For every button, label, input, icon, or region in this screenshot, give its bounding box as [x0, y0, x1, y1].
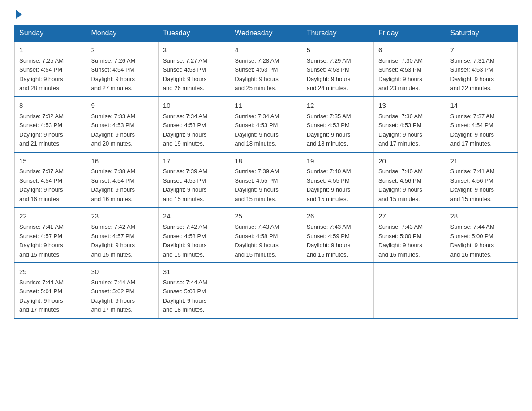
day-info: Sunrise: 7:29 AMSunset: 4:53 PMDaylight:…: [307, 57, 351, 92]
calendar-day-cell: 23Sunrise: 7:42 AMSunset: 4:57 PMDayligh…: [86, 207, 158, 263]
day-number: 2: [91, 45, 153, 55]
calendar-day-cell: 19Sunrise: 7:40 AMSunset: 4:55 PMDayligh…: [302, 152, 373, 208]
day-info: Sunrise: 7:26 AMSunset: 4:54 PMDaylight:…: [91, 57, 135, 92]
calendar-table: SundayMondayTuesdayWednesdayThursdayFrid…: [14, 25, 518, 319]
day-info: Sunrise: 7:31 AMSunset: 4:53 PMDaylight:…: [450, 57, 495, 92]
header-monday: Monday: [86, 26, 158, 42]
day-info: Sunrise: 7:44 AMSunset: 5:01 PMDaylight:…: [19, 279, 64, 313]
day-number: 22: [19, 211, 82, 221]
day-info: Sunrise: 7:33 AMSunset: 4:53 PMDaylight:…: [91, 113, 135, 147]
day-number: 7: [450, 45, 513, 55]
calendar-day-cell: 8Sunrise: 7:32 AMSunset: 4:53 PMDaylight…: [15, 97, 86, 152]
calendar-day-cell: 3Sunrise: 7:27 AMSunset: 4:53 PMDaylight…: [158, 41, 230, 97]
day-info: Sunrise: 7:27 AMSunset: 4:53 PMDaylight:…: [163, 57, 207, 92]
day-info: Sunrise: 7:36 AMSunset: 4:53 PMDaylight:…: [378, 113, 423, 147]
day-info: Sunrise: 7:44 AMSunset: 5:02 PMDaylight:…: [91, 279, 135, 313]
calendar-week-row: 8Sunrise: 7:32 AMSunset: 4:53 PMDaylight…: [15, 97, 518, 152]
day-info: Sunrise: 7:41 AMSunset: 4:57 PMDaylight:…: [19, 223, 64, 258]
calendar-day-cell: 9Sunrise: 7:33 AMSunset: 4:53 PMDaylight…: [86, 97, 158, 152]
calendar-day-cell: 18Sunrise: 7:39 AMSunset: 4:55 PMDayligh…: [230, 152, 302, 208]
header-saturday: Saturday: [446, 26, 517, 42]
day-info: Sunrise: 7:42 AMSunset: 4:57 PMDaylight:…: [91, 223, 135, 258]
day-number: 8: [19, 101, 82, 111]
day-number: 27: [378, 211, 441, 221]
day-number: 20: [378, 156, 441, 166]
logo: [14, 11, 22, 17]
day-info: Sunrise: 7:39 AMSunset: 4:55 PMDaylight:…: [163, 168, 207, 202]
calendar-day-cell: 14Sunrise: 7:37 AMSunset: 4:54 PMDayligh…: [446, 97, 517, 152]
day-info: Sunrise: 7:34 AMSunset: 4:53 PMDaylight:…: [163, 113, 207, 147]
header-tuesday: Tuesday: [158, 26, 230, 42]
calendar-day-cell: 29Sunrise: 7:44 AMSunset: 5:01 PMDayligh…: [15, 263, 86, 318]
day-info: Sunrise: 7:40 AMSunset: 4:56 PMDaylight:…: [378, 168, 423, 202]
calendar-day-cell: [302, 263, 373, 318]
day-number: 31: [163, 267, 225, 277]
calendar-day-cell: [230, 263, 302, 318]
day-number: 12: [307, 101, 369, 111]
calendar-week-row: 29Sunrise: 7:44 AMSunset: 5:01 PMDayligh…: [15, 263, 518, 318]
day-info: Sunrise: 7:43 AMSunset: 4:59 PMDaylight:…: [307, 223, 351, 258]
header-friday: Friday: [374, 26, 446, 42]
day-number: 5: [307, 45, 369, 55]
day-number: 9: [91, 101, 153, 111]
calendar-day-cell: 17Sunrise: 7:39 AMSunset: 4:55 PMDayligh…: [158, 152, 230, 208]
day-info: Sunrise: 7:41 AMSunset: 4:56 PMDaylight:…: [450, 168, 495, 202]
day-info: Sunrise: 7:44 AMSunset: 5:00 PMDaylight:…: [450, 223, 495, 258]
day-number: 18: [235, 156, 297, 166]
calendar-day-cell: 11Sunrise: 7:34 AMSunset: 4:53 PMDayligh…: [230, 97, 302, 152]
day-number: 19: [307, 156, 369, 166]
day-info: Sunrise: 7:32 AMSunset: 4:53 PMDaylight:…: [19, 113, 64, 147]
day-info: Sunrise: 7:39 AMSunset: 4:55 PMDaylight:…: [235, 168, 279, 202]
calendar-day-cell: 27Sunrise: 7:43 AMSunset: 5:00 PMDayligh…: [374, 207, 446, 263]
calendar-week-row: 1Sunrise: 7:25 AMSunset: 4:54 PMDaylight…: [15, 41, 518, 97]
calendar-day-cell: 10Sunrise: 7:34 AMSunset: 4:53 PMDayligh…: [158, 97, 230, 152]
calendar-day-cell: 13Sunrise: 7:36 AMSunset: 4:53 PMDayligh…: [374, 97, 446, 152]
day-number: 10: [163, 101, 225, 111]
day-number: 21: [450, 156, 513, 166]
day-number: 25: [235, 211, 297, 221]
day-number: 26: [307, 211, 369, 221]
calendar-day-cell: 1Sunrise: 7:25 AMSunset: 4:54 PMDaylight…: [15, 41, 86, 97]
day-info: Sunrise: 7:43 AMSunset: 5:00 PMDaylight:…: [378, 223, 423, 258]
day-info: Sunrise: 7:28 AMSunset: 4:53 PMDaylight:…: [235, 57, 279, 92]
calendar-day-cell: 5Sunrise: 7:29 AMSunset: 4:53 PMDaylight…: [302, 41, 373, 97]
calendar-day-cell: 6Sunrise: 7:30 AMSunset: 4:53 PMDaylight…: [374, 41, 446, 97]
day-number: 6: [378, 45, 441, 55]
calendar-header-row: SundayMondayTuesdayWednesdayThursdayFrid…: [15, 26, 518, 42]
calendar-day-cell: 2Sunrise: 7:26 AMSunset: 4:54 PMDaylight…: [86, 41, 158, 97]
logo-triangle-icon: [16, 10, 22, 19]
calendar-day-cell: 28Sunrise: 7:44 AMSunset: 5:00 PMDayligh…: [446, 207, 517, 263]
day-info: Sunrise: 7:25 AMSunset: 4:54 PMDaylight:…: [19, 57, 64, 92]
calendar-day-cell: 21Sunrise: 7:41 AMSunset: 4:56 PMDayligh…: [446, 152, 517, 208]
calendar-week-row: 22Sunrise: 7:41 AMSunset: 4:57 PMDayligh…: [15, 207, 518, 263]
day-info: Sunrise: 7:37 AMSunset: 4:54 PMDaylight:…: [19, 168, 64, 202]
day-info: Sunrise: 7:38 AMSunset: 4:54 PMDaylight:…: [91, 168, 135, 202]
calendar-day-cell: 31Sunrise: 7:44 AMSunset: 5:03 PMDayligh…: [158, 263, 230, 318]
calendar-day-cell: 16Sunrise: 7:38 AMSunset: 4:54 PMDayligh…: [86, 152, 158, 208]
day-info: Sunrise: 7:44 AMSunset: 5:03 PMDaylight:…: [163, 279, 207, 313]
calendar-day-cell: 22Sunrise: 7:41 AMSunset: 4:57 PMDayligh…: [15, 207, 86, 263]
day-number: 11: [235, 101, 297, 111]
calendar-day-cell: 30Sunrise: 7:44 AMSunset: 5:02 PMDayligh…: [86, 263, 158, 318]
calendar-day-cell: 12Sunrise: 7:35 AMSunset: 4:53 PMDayligh…: [302, 97, 373, 152]
calendar-day-cell: 15Sunrise: 7:37 AMSunset: 4:54 PMDayligh…: [15, 152, 86, 208]
header-wednesday: Wednesday: [230, 26, 302, 42]
page-header: [14, 11, 518, 17]
day-number: 16: [91, 156, 153, 166]
day-number: 29: [19, 267, 82, 277]
header-thursday: Thursday: [302, 26, 373, 42]
calendar-day-cell: [446, 263, 517, 318]
day-number: 30: [91, 267, 153, 277]
day-number: 14: [450, 101, 513, 111]
day-number: 4: [235, 45, 297, 55]
calendar-day-cell: 26Sunrise: 7:43 AMSunset: 4:59 PMDayligh…: [302, 207, 373, 263]
calendar-day-cell: 24Sunrise: 7:42 AMSunset: 4:58 PMDayligh…: [158, 207, 230, 263]
header-sunday: Sunday: [15, 26, 86, 42]
day-info: Sunrise: 7:43 AMSunset: 4:58 PMDaylight:…: [235, 223, 279, 258]
day-info: Sunrise: 7:35 AMSunset: 4:53 PMDaylight:…: [307, 113, 351, 147]
day-number: 3: [163, 45, 225, 55]
calendar-day-cell: [374, 263, 446, 318]
day-number: 24: [163, 211, 225, 221]
calendar-day-cell: 20Sunrise: 7:40 AMSunset: 4:56 PMDayligh…: [374, 152, 446, 208]
day-number: 23: [91, 211, 153, 221]
